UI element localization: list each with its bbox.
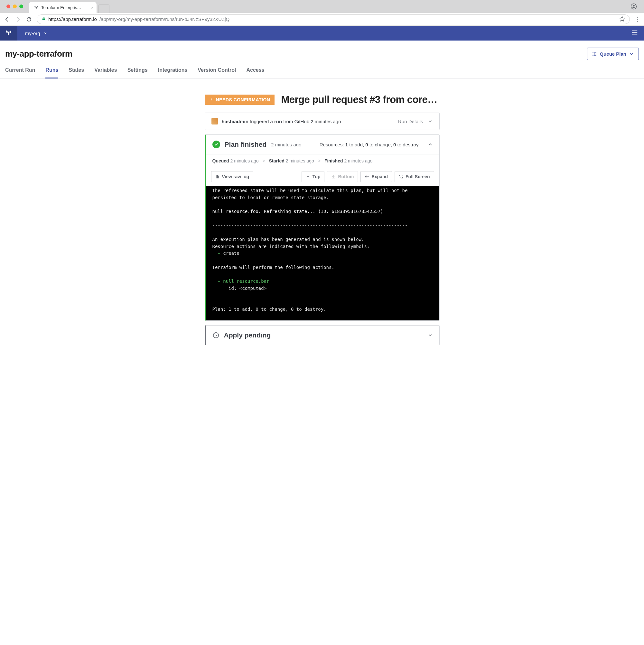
queue-plan-label: Queue Plan (600, 51, 626, 57)
bookmark-star-icon[interactable] (619, 16, 625, 22)
chevron-down-icon (629, 51, 634, 57)
chevron-down-icon (428, 333, 433, 338)
expand-button[interactable]: Expand (360, 171, 392, 182)
plan-title: Plan finished (225, 141, 267, 148)
fullscreen-icon (399, 174, 403, 179)
user-avatar (211, 118, 218, 125)
chevron-up-icon (428, 142, 433, 147)
workspace-header: my-app-terraform Queue Plan (0, 40, 644, 60)
back-button[interactable] (4, 16, 10, 22)
close-window-icon[interactable] (6, 4, 10, 8)
log-toolbar: View raw log Top Bottom Expand Full Scre… (206, 167, 439, 186)
run-title: Merge pull request #3 from core-wor… (281, 94, 439, 105)
terminal-output: The refreshed state will be used to calc… (206, 186, 439, 320)
arrow-down-icon (331, 174, 336, 179)
browser-tab-title: Terraform Enterprise | r (41, 5, 83, 10)
svg-point-1 (633, 5, 635, 7)
tab-integrations[interactable]: Integrations (158, 67, 188, 78)
terraform-logo-icon[interactable] (0, 26, 17, 40)
lock-icon (41, 16, 46, 22)
plan-resource-summary: Resources: 1 to add, 0 to change, 0 to d… (320, 142, 419, 147)
arrow-up-icon (306, 174, 310, 179)
status-badge: NEEDS CONFIRMATION (205, 94, 275, 105)
browser-tab-bar: Terraform Enterprise | r × (0, 0, 644, 13)
tab-runs[interactable]: Runs (45, 67, 58, 78)
tab-variables[interactable]: Variables (94, 67, 117, 78)
view-raw-log-button[interactable]: View raw log (211, 171, 254, 182)
browser-toolbar: https://app.terraform.io/app/my-org/my-a… (0, 13, 644, 26)
trigger-card: hashiadmin triggered a run from GitHub 2… (205, 113, 440, 130)
new-tab-button[interactable] (99, 4, 110, 13)
svg-rect-2 (42, 18, 45, 20)
run-details-toggle[interactable]: Run Details (398, 119, 433, 124)
terraform-favicon-icon (33, 5, 39, 10)
scroll-top-button[interactable]: Top (302, 171, 325, 182)
close-tab-icon[interactable]: × (91, 5, 93, 10)
file-icon (215, 174, 220, 179)
browser-tab[interactable]: Terraform Enterprise | r × (29, 2, 97, 13)
run-header: NEEDS CONFIRMATION Merge pull request #3… (205, 94, 440, 105)
main-content: NEEDS CONFIRMATION Merge pull request #3… (205, 78, 440, 358)
fullscreen-button[interactable]: Full Screen (394, 171, 434, 182)
tab-states[interactable]: States (68, 67, 84, 78)
queue-icon (592, 51, 597, 57)
expand-icon (365, 174, 369, 179)
profile-avatar-icon[interactable] (631, 3, 637, 10)
browser-chrome: Terraform Enterprise | r × https://app.t… (0, 0, 644, 26)
apply-card[interactable]: Apply pending (205, 325, 440, 345)
status-badge-label: NEEDS CONFIRMATION (216, 97, 270, 102)
tab-current-run[interactable]: Current Run (5, 67, 35, 78)
svg-rect-3 (211, 98, 211, 100)
apply-title: Apply pending (224, 331, 271, 339)
scroll-bottom-button[interactable]: Bottom (327, 171, 358, 182)
run-details-label: Run Details (398, 119, 423, 124)
tab-settings[interactable]: Settings (128, 67, 148, 78)
org-name: my-org (25, 31, 40, 36)
queue-plan-button[interactable]: Queue Plan (587, 48, 639, 60)
tab-access[interactable]: Access (246, 67, 264, 78)
svg-rect-4 (211, 101, 211, 101)
minimize-window-icon[interactable] (13, 4, 17, 8)
workspace-tabs: Current Run Runs States Variables Settin… (0, 60, 644, 78)
plan-header[interactable]: Plan finished 2 minutes ago Resources: 1… (206, 135, 439, 154)
url-path: /app/my-org/my-app-terraform/runs/run-bJ… (100, 16, 229, 22)
org-switcher[interactable]: my-org (17, 31, 55, 36)
check-circle-icon (212, 141, 220, 148)
workspace-name: my-app-terraform (5, 49, 72, 59)
menu-button[interactable] (631, 29, 638, 37)
trigger-text: hashiadmin triggered a run from GitHub 2… (222, 119, 341, 124)
maximize-window-icon[interactable] (19, 4, 23, 8)
reload-button[interactable] (26, 16, 32, 22)
alert-icon (209, 98, 213, 102)
address-bar[interactable]: https://app.terraform.io/app/my-org/my-a… (37, 14, 630, 24)
chevron-down-icon (43, 31, 47, 35)
plan-timeline: Queued 2 minutes ago > Started 2 minutes… (206, 154, 439, 167)
chevron-down-icon (428, 119, 433, 124)
forward-button (15, 16, 21, 22)
window-controls (3, 4, 27, 8)
plan-card: Plan finished 2 minutes ago Resources: 1… (205, 135, 440, 321)
url-host: https://app.terraform.io (48, 16, 97, 22)
pending-icon (212, 332, 219, 339)
tab-version-control[interactable]: Version Control (198, 67, 236, 78)
browser-menu-icon[interactable]: ⋮ (634, 16, 640, 23)
app-header: my-org (0, 26, 644, 40)
plan-time: 2 minutes ago (271, 142, 301, 147)
